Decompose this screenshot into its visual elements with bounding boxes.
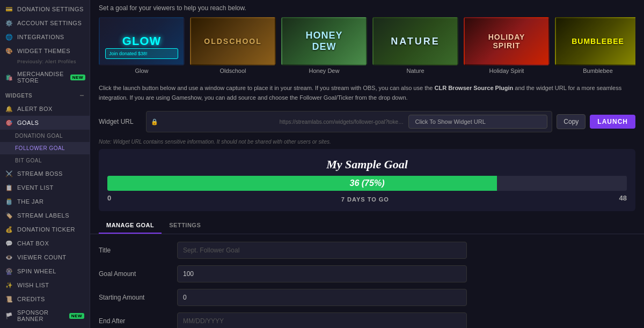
theme-card-honeydew[interactable]: HONEY DEW Honey Dew	[281, 17, 367, 74]
spin-wheel-icon: 🎡	[5, 267, 13, 275]
sidebar-item-wish-list[interactable]: ✨ Wish List	[0, 278, 90, 292]
theme-card-nature[interactable]: NATURE Nature	[372, 17, 458, 74]
tab-manage-goal[interactable]: Manage Goal	[99, 218, 162, 234]
sidebar-item-donation-ticker[interactable]: 💰 Donation Ticker	[0, 222, 90, 236]
chat-box-icon: 💬	[5, 240, 13, 247]
themes-row: GLOW Join donated $38! Glow OLDSCHOOL Ol…	[99, 17, 635, 74]
themes-section: Set a goal for your viewers to help you …	[90, 0, 644, 80]
sponsor-banner-badge: NEW	[69, 313, 84, 319]
click-to-show-btn[interactable]: Click To Show Widget URL	[408, 115, 548, 129]
goal-days-label: 7 DAYS TO GO	[341, 196, 389, 203]
sponsor-banner-icon: 🏳️	[5, 312, 13, 319]
widgets-collapse-btn[interactable]: −	[79, 91, 84, 100]
desc-section: Click the launch button below and use a …	[90, 80, 644, 108]
viewer-count-icon: 👁️	[5, 254, 13, 261]
stream-boss-icon: ⚔️	[5, 170, 13, 177]
theme-nature-title: NATURE	[391, 36, 440, 47]
launch-button[interactable]: LAUNCH	[590, 115, 635, 129]
end-after-input[interactable]	[177, 312, 467, 328]
goal-amount-label: Goal Amount	[99, 270, 169, 278]
widget-url-value: https://streamlabs.com/widgets/follower-…	[280, 119, 405, 125]
sidebar-item-follower-goal[interactable]: Follower Goal	[0, 142, 90, 154]
theme-img-honeydew: HONEY DEW	[281, 17, 367, 65]
theme-img-holiday: HOLIDAYSPIRIT	[464, 17, 550, 65]
sidebar-item-account-settings[interactable]: ⚙️ Account Settings	[0, 16, 90, 30]
goal-preview: My Sample Goal 36 (75%) 0 7 DAYS TO GO 4…	[99, 149, 635, 211]
goal-bar-container: 36 (75%)	[107, 176, 627, 191]
sidebar-item-integrations[interactable]: 🌐 Integrations	[0, 30, 90, 44]
sidebar-item-goals[interactable]: 🎯 Goals	[0, 116, 90, 130]
alert-box-icon: 🔔	[5, 105, 13, 113]
theme-honeydew-title: HONEY DEW	[303, 30, 345, 53]
main-content: Set a goal for your viewers to help you …	[90, 0, 644, 328]
theme-img-nature: NATURE	[372, 17, 458, 65]
integrations-icon: 🌐	[5, 33, 13, 41]
sidebar-item-alert-box[interactable]: 🔔 Alert Box	[0, 102, 90, 116]
manage-goal-form: Title Goal Amount Starting Amount End Af…	[90, 234, 644, 328]
sidebar-item-merchandise-store[interactable]: 🛍️ Merchandise Store NEW	[0, 68, 90, 87]
copy-button[interactable]: Copy	[557, 114, 586, 129]
theme-card-oldschool[interactable]: OLDSCHOOL Oldschool	[190, 17, 276, 74]
sidebar-item-bit-goal[interactable]: Bit Goal	[0, 154, 90, 167]
theme-card-holiday[interactable]: HOLIDAYSPIRIT Holiday Spirit	[464, 17, 550, 74]
donation-settings-icon: 💳	[5, 5, 13, 13]
widget-url-display: 🔒 https://streamlabs.com/widgets/followe…	[146, 111, 552, 132]
theme-label-holiday: Holiday Spirit	[464, 68, 550, 74]
event-list-icon: 📋	[5, 184, 13, 191]
theme-img-bumblebee: BUMBLEBEE	[555, 17, 635, 65]
title-input[interactable]	[177, 242, 467, 259]
goal-bar-labels: 0 7 DAYS TO GO 48	[107, 194, 627, 203]
widget-url-label: Widget URL	[99, 118, 142, 125]
tab-settings[interactable]: Settings	[162, 218, 208, 234]
form-row-title: Title	[99, 242, 635, 259]
theme-img-oldschool: OLDSCHOOL	[190, 17, 276, 65]
goals-icon: 🎯	[5, 119, 13, 126]
goal-bar-text: 36 (75%)	[107, 176, 627, 191]
community-section-header: Community & Growth −	[0, 325, 90, 328]
widget-themes-icon: 🎨	[5, 47, 13, 55]
sidebar-item-stream-boss[interactable]: ⚔️ Stream Boss	[0, 167, 90, 181]
goal-start-label: 0	[107, 194, 111, 203]
credits-icon: 📜	[5, 295, 13, 303]
end-after-label: End After	[99, 317, 169, 325]
starting-amount-label: Starting Amount	[99, 294, 169, 301]
wish-list-icon: ✨	[5, 281, 13, 289]
sidebar-item-widget-themes[interactable]: 🎨 Widget Themes Previously: Alert Profil…	[0, 44, 90, 68]
stream-labels-icon: 🏷️	[5, 212, 13, 219]
intro-text: Set a goal for your viewers to help you …	[99, 4, 635, 12]
goal-end-label: 48	[619, 194, 627, 203]
theme-holiday-title: HOLIDAYSPIRIT	[488, 33, 525, 50]
starting-amount-input[interactable]	[177, 289, 467, 306]
merchandise-new-badge: NEW	[70, 74, 85, 80]
donation-ticker-icon: 💰	[5, 226, 13, 233]
sidebar-item-credits[interactable]: 📜 Credits	[0, 292, 90, 306]
sidebar-item-viewer-count[interactable]: 👁️ Viewer Count	[0, 250, 90, 264]
sidebar-item-donation-settings[interactable]: 💳 Donation Settings	[0, 2, 90, 16]
theme-label-glow: Glow	[99, 68, 185, 74]
sidebar-item-spin-wheel[interactable]: 🎡 Spin Wheel	[0, 264, 90, 278]
widget-url-section: Widget URL 🔒 https://streamlabs.com/widg…	[90, 108, 644, 138]
theme-oldschool-title: OLDSCHOOL	[204, 37, 261, 46]
sidebar: 💳 Donation Settings ⚙️ Account Settings …	[0, 0, 90, 328]
theme-card-bumblebee[interactable]: BUMBLEBEE Bumblebee	[555, 17, 635, 74]
theme-label-bumblebee: Bumblebee	[555, 68, 635, 74]
sidebar-item-stream-labels[interactable]: 🏷️ Stream Labels	[0, 208, 90, 222]
note-text: Note: Widget URL contains sensitive info…	[90, 138, 644, 149]
theme-bumblebee-title: BUMBLEBEE	[572, 37, 624, 46]
lock-icon: 🔒	[151, 118, 276, 125]
sidebar-item-sponsor-banner[interactable]: 🏳️ Sponsor Banner NEW	[0, 306, 90, 325]
goal-amount-input[interactable]	[177, 265, 467, 282]
theme-card-glow[interactable]: GLOW Join donated $38! Glow	[99, 17, 185, 74]
theme-img-glow: GLOW Join donated $38!	[99, 17, 185, 65]
form-row-starting-amount: Starting Amount	[99, 289, 635, 306]
the-jar-icon: 🫙	[5, 198, 13, 205]
goal-preview-title: My Sample Goal	[107, 158, 627, 172]
title-label: Title	[99, 247, 169, 254]
theme-glow-title: GLOW	[122, 34, 161, 48]
form-row-goal-amount: Goal Amount	[99, 265, 635, 282]
sidebar-item-the-jar[interactable]: 🫙 The Jar	[0, 195, 90, 208]
widgets-section-header: Widgets −	[0, 87, 90, 102]
sidebar-item-donation-goal[interactable]: Donation Goal	[0, 130, 90, 142]
sidebar-item-event-list[interactable]: 📋 Event List	[0, 181, 90, 195]
sidebar-item-chat-box[interactable]: 💬 Chat Box	[0, 236, 90, 250]
